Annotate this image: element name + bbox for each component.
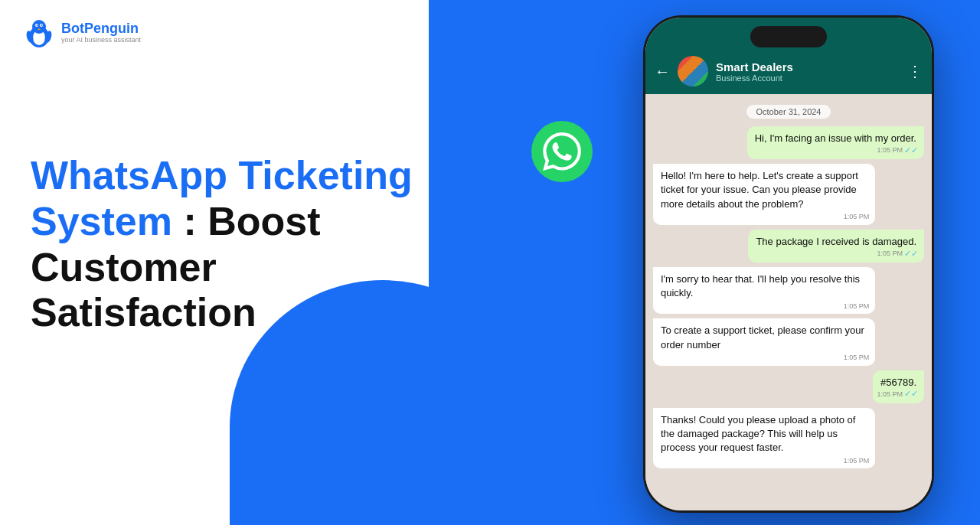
logo-name: BotPenguin — [61, 21, 141, 37]
contact-info: Smart Dealers Business Account — [716, 60, 900, 83]
svg-point-6 — [41, 24, 43, 26]
back-arrow-icon[interactable]: ← — [655, 63, 670, 80]
message-4-recv: I'm sorry to hear that. I'll help you re… — [653, 267, 875, 314]
logo-text: BotPenguin your AI business assistant — [61, 21, 141, 44]
msg-time-7: 1:05 PM — [844, 456, 870, 466]
logo-icon — [23, 17, 55, 49]
msg-time-2: 1:05 PM — [844, 212, 870, 222]
message-1-sent: Hi, I'm facing an issue with my order. 1… — [747, 126, 924, 159]
message-6-sent: #56789. 1:05 PM ✓✓ — [873, 370, 924, 403]
msg-time-3: 1:05 PM ✓✓ — [877, 248, 918, 259]
logo-tagline: your AI business assistant — [61, 37, 141, 44]
tick-icon-6: ✓✓ — [904, 388, 918, 399]
message-5-recv: To create a support ticket, please confi… — [653, 318, 875, 365]
svg-point-2 — [32, 20, 46, 34]
headline: WhatsApp Ticketing System : BoostCustome… — [31, 153, 475, 336]
message-7-recv: Thanks! Could you please upload a photo … — [653, 408, 875, 469]
message-2-recv: Hello! I'm here to help. Let's create a … — [653, 164, 875, 225]
msg-time-4: 1:05 PM — [844, 302, 870, 311]
chat-body: October 31, 2024 Hi, I'm facing an issue… — [645, 94, 932, 510]
msg-time-5: 1:05 PM — [844, 353, 870, 363]
dynamic-island — [750, 26, 827, 47]
logo: BotPenguin your AI business assistant — [23, 17, 141, 49]
whatsapp-icon — [543, 132, 581, 171]
contact-avatar — [678, 56, 708, 86]
tick-icon-3: ✓✓ — [904, 248, 918, 259]
msg-time-6: 1:05 PM ✓✓ — [877, 388, 918, 399]
whatsapp-icon-bubble — [531, 121, 593, 182]
date-badge: October 31, 2024 — [746, 105, 830, 119]
more-options-icon[interactable]: ⋮ — [907, 62, 923, 80]
message-3-sent: The package I received is damaged. 1:05 … — [748, 230, 924, 262]
svg-point-5 — [37, 24, 38, 26]
contact-name: Smart Dealers — [716, 60, 900, 73]
phone-screen: ← Smart Dealers Business Account ⋮ Octob… — [645, 18, 932, 510]
tick-icon-1: ✓✓ — [904, 145, 918, 156]
msg-time-1: 1:05 PM ✓✓ — [877, 145, 918, 156]
contact-status: Business Account — [716, 73, 900, 83]
phone-mockup: ← Smart Dealers Business Account ⋮ Octob… — [643, 15, 934, 513]
